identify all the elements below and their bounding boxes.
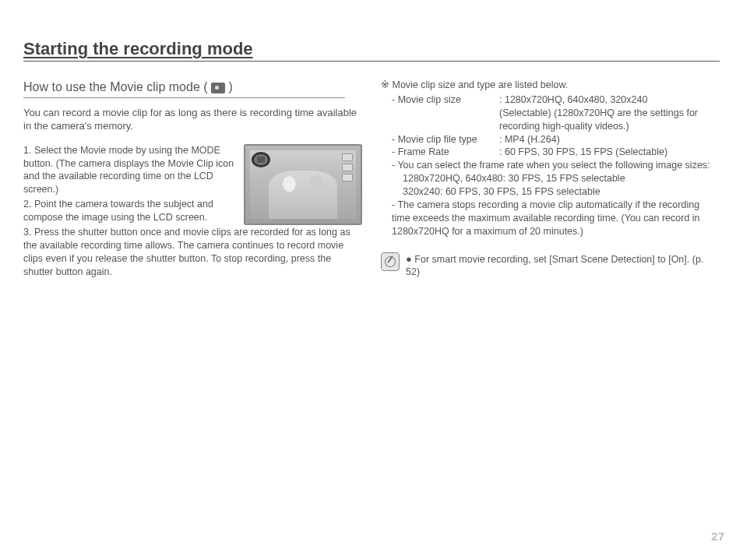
spec-list-heading: ※ Movie clip size and type are listed be…: [381, 79, 720, 92]
section-heading: How to use the Movie clip mode ( ): [23, 79, 345, 98]
spec-size-label: - Movie clip size: [392, 93, 499, 107]
movie-clip-icon: [252, 152, 270, 167]
spec-stop-line: - The camera stops recording a movie cli…: [381, 199, 720, 238]
left-column: How to use the Movie clip mode ( ) You c…: [23, 79, 362, 280]
spec-select-line3: 320x240: 60 FPS, 30 FPS, 15 FPS selectab…: [381, 185, 720, 199]
movie-mode-icon: [211, 83, 225, 93]
page-title: Starting the recording mode: [23, 39, 253, 61]
page-number: 27: [711, 530, 724, 543]
spec-filetype-label: - Movie clip file type: [392, 133, 499, 146]
spec-select-line1: - You can select the frame rate when you…: [381, 159, 720, 172]
battery-icon: [342, 153, 353, 161]
step-1: 1. Select the Movie mode by using the MO…: [23, 144, 241, 197]
note-box: ● For smart movie recording, set [Smart …: [381, 252, 720, 280]
sample-subjects-image: [269, 171, 336, 219]
spec-filetype-value: : MP4 (H.264): [499, 133, 720, 146]
spec-size-value: : 1280x720HQ, 640x480, 320x240: [499, 93, 720, 107]
lcd-preview-illustration: [244, 144, 362, 225]
step-2: 2. Point the camera towards the subject …: [23, 198, 241, 224]
spec-select-line2: 1280x720HQ, 640x480: 30 FPS, 15 FPS sele…: [381, 172, 720, 185]
note-text: For smart movie recording, set [Smart Sc…: [406, 254, 703, 278]
right-column: ※ Movie clip size and type are listed be…: [381, 79, 720, 280]
spec-fps-value: : 60 FPS, 30 FPS, 15 FPS (Selectable): [499, 146, 720, 159]
storage-icon: [342, 174, 353, 181]
spec-size-value-2: (Selectable) (1280x720HQ are the setting…: [381, 107, 720, 133]
spec-fps-label: - Frame Rate: [392, 146, 499, 159]
intro-text: You can record a movie clip for as long …: [23, 106, 362, 133]
resolution-icon: [342, 164, 353, 171]
note-bullet: ●: [406, 253, 412, 265]
section-heading-suffix: ): [225, 80, 233, 93]
note-icon: [381, 252, 400, 271]
section-heading-prefix: How to use the Movie clip mode (: [23, 80, 211, 93]
step-3: 3. Press the shutter button once and mov…: [23, 226, 362, 279]
lcd-status-icons: [342, 153, 353, 181]
